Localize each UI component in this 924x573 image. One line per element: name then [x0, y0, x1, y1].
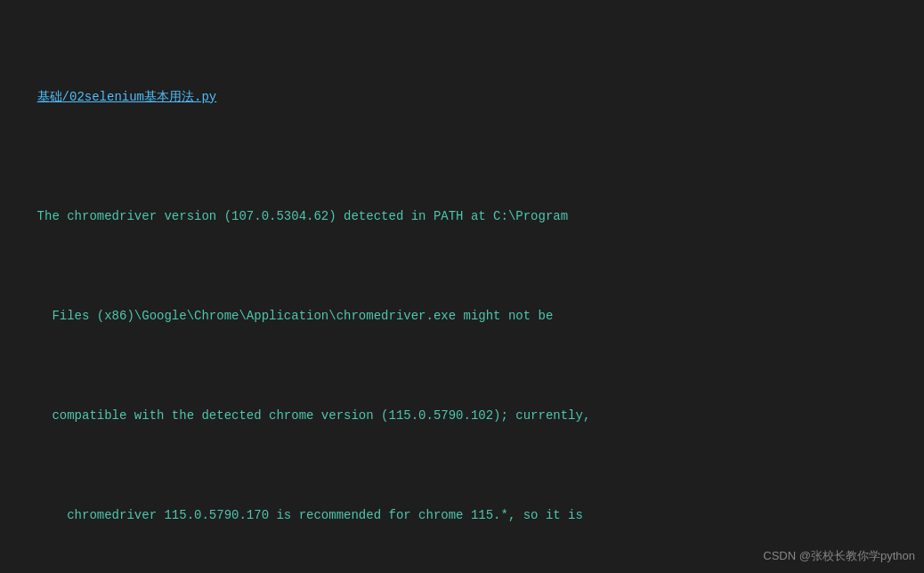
file-link-top[interactable]: 基础/02selenium基本用法.py	[37, 90, 217, 104]
error-text-3: compatible with the detected chrome vers…	[37, 408, 591, 423]
error-line2: Files (x86)\Google\Chrome\Application\ch…	[0, 286, 924, 345]
watermark: CSDN @张校长教你学python	[763, 548, 915, 564]
error-line3: compatible with the detected chrome vers…	[0, 385, 924, 445]
code-output: 基础/02selenium基本用法.py The chromedriver ve…	[0, 0, 924, 573]
line-path: 基础/02selenium基本用法.py	[0, 67, 924, 126]
error-text-4: chromedriver 115.0.5790.170 is recommend…	[37, 508, 583, 522]
error-text-1: The chromedriver version (107.0.5304.62)…	[37, 209, 569, 223]
error-line1: The chromedriver version (107.0.5304.62)…	[0, 187, 924, 246]
error-line4: chromedriver 115.0.5790.170 is recommend…	[0, 485, 924, 545]
error-text-2: Files (x86)\Google\Chrome\Application\ch…	[37, 309, 554, 323]
